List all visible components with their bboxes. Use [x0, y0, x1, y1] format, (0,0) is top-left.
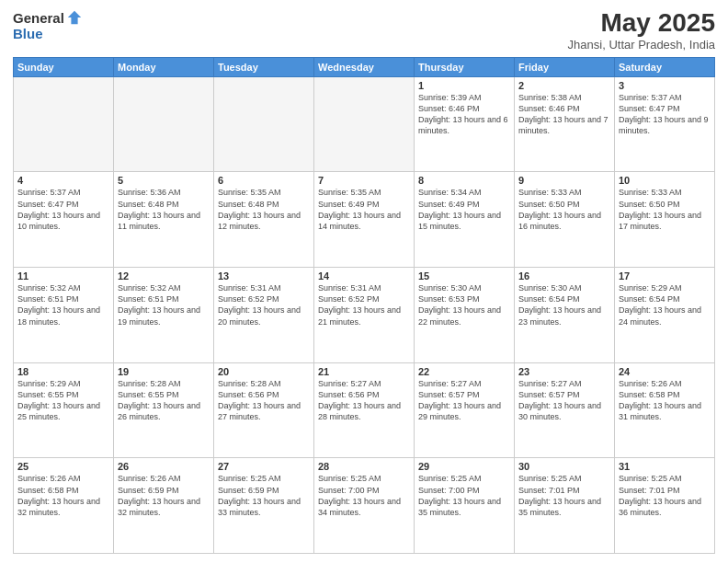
weekday-header-thursday: Thursday [415, 57, 515, 76]
day-number: 12 [118, 270, 210, 282]
day-number: 17 [619, 270, 711, 282]
day-number: 23 [518, 366, 610, 377]
day-info: Sunrise: 5:32 AMSunset: 6:51 PMDaylight:… [118, 282, 210, 327]
day-number: 5 [118, 175, 210, 186]
calendar-day-empty [114, 76, 214, 172]
day-number: 4 [17, 175, 109, 186]
calendar-day-23: 23Sunrise: 5:27 AMSunset: 6:57 PMDayligh… [515, 362, 615, 458]
calendar-day-19: 19Sunrise: 5:28 AMSunset: 6:55 PMDayligh… [114, 362, 214, 458]
month-title: May 2025 [568, 9, 715, 38]
calendar-day-20: 20Sunrise: 5:28 AMSunset: 6:56 PMDayligh… [214, 362, 314, 458]
day-info: Sunrise: 5:32 AMSunset: 6:51 PMDaylight:… [17, 282, 109, 327]
calendar-day-31: 31Sunrise: 5:25 AMSunset: 7:01 PMDayligh… [615, 458, 715, 554]
day-number: 7 [318, 175, 410, 186]
calendar-day-10: 10Sunrise: 5:33 AMSunset: 6:50 PMDayligh… [615, 172, 715, 268]
day-number: 21 [318, 366, 410, 377]
calendar-day-3: 3Sunrise: 5:37 AMSunset: 6:47 PMDaylight… [615, 76, 715, 172]
calendar-day-24: 24Sunrise: 5:26 AMSunset: 6:58 PMDayligh… [615, 362, 715, 458]
day-number: 28 [318, 461, 410, 472]
page: General Blue May 2025 Jhansi, Uttar Prad… [0, 0, 728, 563]
calendar-day-28: 28Sunrise: 5:25 AMSunset: 7:00 PMDayligh… [314, 458, 415, 554]
calendar-day-15: 15Sunrise: 5:30 AMSunset: 6:53 PMDayligh… [415, 268, 515, 363]
calendar-table: SundayMondayTuesdayWednesdayThursdayFrid… [13, 57, 715, 554]
day-number: 10 [619, 175, 711, 186]
day-number: 1 [418, 80, 510, 91]
day-info: Sunrise: 5:37 AMSunset: 6:47 PMDaylight:… [619, 92, 711, 137]
day-info: Sunrise: 5:31 AMSunset: 6:52 PMDaylight:… [318, 282, 410, 327]
day-info: Sunrise: 5:26 AMSunset: 6:58 PMDaylight:… [619, 378, 711, 423]
day-number: 24 [619, 366, 711, 377]
header: General Blue May 2025 Jhansi, Uttar Prad… [13, 9, 715, 52]
day-number: 22 [418, 366, 510, 377]
calendar-day-17: 17Sunrise: 5:29 AMSunset: 6:54 PMDayligh… [615, 268, 715, 363]
day-info: Sunrise: 5:27 AMSunset: 6:57 PMDaylight:… [418, 378, 510, 423]
calendar-day-9: 9Sunrise: 5:33 AMSunset: 6:50 PMDaylight… [515, 172, 615, 268]
weekday-header-row: SundayMondayTuesdayWednesdayThursdayFrid… [14, 57, 715, 76]
day-number: 11 [17, 270, 109, 282]
calendar-day-16: 16Sunrise: 5:30 AMSunset: 6:54 PMDayligh… [515, 268, 615, 363]
day-number: 26 [118, 461, 210, 472]
calendar-day-4: 4Sunrise: 5:37 AMSunset: 6:47 PMDaylight… [14, 172, 114, 268]
day-info: Sunrise: 5:28 AMSunset: 6:55 PMDaylight:… [118, 378, 210, 423]
calendar-day-29: 29Sunrise: 5:25 AMSunset: 7:00 PMDayligh… [415, 458, 515, 554]
weekday-header-sunday: Sunday [14, 57, 114, 76]
day-info: Sunrise: 5:25 AMSunset: 7:00 PMDaylight:… [318, 473, 410, 518]
day-info: Sunrise: 5:25 AMSunset: 7:01 PMDaylight:… [518, 473, 610, 518]
calendar-day-12: 12Sunrise: 5:32 AMSunset: 6:51 PMDayligh… [114, 268, 214, 363]
day-number: 20 [218, 366, 310, 377]
day-info: Sunrise: 5:27 AMSunset: 6:56 PMDaylight:… [318, 378, 410, 423]
weekday-header-monday: Monday [114, 57, 214, 76]
calendar-day-1: 1Sunrise: 5:39 AMSunset: 6:46 PMDaylight… [415, 76, 515, 172]
day-number: 2 [518, 80, 610, 91]
day-info: Sunrise: 5:33 AMSunset: 6:50 PMDaylight:… [518, 187, 610, 232]
day-number: 15 [418, 270, 510, 282]
logo-blue-text: Blue [13, 26, 43, 41]
day-info: Sunrise: 5:26 AMSunset: 6:59 PMDaylight:… [118, 473, 210, 518]
day-info: Sunrise: 5:28 AMSunset: 6:56 PMDaylight:… [218, 378, 310, 423]
day-number: 29 [418, 461, 510, 472]
calendar-day-27: 27Sunrise: 5:25 AMSunset: 6:59 PMDayligh… [214, 458, 314, 554]
day-number: 6 [218, 175, 310, 186]
weekday-header-tuesday: Tuesday [214, 57, 314, 76]
calendar-day-22: 22Sunrise: 5:27 AMSunset: 6:57 PMDayligh… [415, 362, 515, 458]
calendar-week-3: 18Sunrise: 5:29 AMSunset: 6:55 PMDayligh… [14, 362, 715, 458]
day-info: Sunrise: 5:38 AMSunset: 6:46 PMDaylight:… [518, 92, 610, 137]
calendar-day-5: 5Sunrise: 5:36 AMSunset: 6:48 PMDaylight… [114, 172, 214, 268]
location: Jhansi, Uttar Pradesh, India [568, 38, 715, 52]
calendar-day-13: 13Sunrise: 5:31 AMSunset: 6:52 PMDayligh… [214, 268, 314, 363]
logo-general-text: General [13, 10, 64, 26]
day-info: Sunrise: 5:30 AMSunset: 6:54 PMDaylight:… [518, 282, 610, 327]
day-info: Sunrise: 5:30 AMSunset: 6:53 PMDaylight:… [418, 282, 510, 327]
day-info: Sunrise: 5:29 AMSunset: 6:55 PMDaylight:… [17, 378, 109, 423]
calendar-week-1: 4Sunrise: 5:37 AMSunset: 6:47 PMDaylight… [14, 172, 715, 268]
calendar-day-25: 25Sunrise: 5:26 AMSunset: 6:58 PMDayligh… [14, 458, 114, 554]
calendar-day-26: 26Sunrise: 5:26 AMSunset: 6:59 PMDayligh… [114, 458, 214, 554]
day-info: Sunrise: 5:35 AMSunset: 6:48 PMDaylight:… [218, 187, 310, 232]
calendar-day-21: 21Sunrise: 5:27 AMSunset: 6:56 PMDayligh… [314, 362, 415, 458]
calendar-day-empty [214, 76, 314, 172]
day-info: Sunrise: 5:29 AMSunset: 6:54 PMDaylight:… [619, 282, 711, 327]
calendar-week-0: 1Sunrise: 5:39 AMSunset: 6:46 PMDaylight… [14, 76, 715, 172]
logo: General Blue [13, 9, 83, 41]
day-number: 8 [418, 175, 510, 186]
day-number: 3 [619, 80, 711, 91]
day-number: 25 [17, 461, 109, 472]
calendar-day-18: 18Sunrise: 5:29 AMSunset: 6:55 PMDayligh… [14, 362, 114, 458]
calendar-day-11: 11Sunrise: 5:32 AMSunset: 6:51 PMDayligh… [14, 268, 114, 363]
svg-marker-0 [68, 11, 81, 24]
day-info: Sunrise: 5:33 AMSunset: 6:50 PMDaylight:… [619, 187, 711, 232]
day-info: Sunrise: 5:36 AMSunset: 6:48 PMDaylight:… [118, 187, 210, 232]
calendar-week-2: 11Sunrise: 5:32 AMSunset: 6:51 PMDayligh… [14, 268, 715, 363]
calendar-day-empty [14, 76, 114, 172]
day-info: Sunrise: 5:34 AMSunset: 6:49 PMDaylight:… [418, 187, 510, 232]
day-info: Sunrise: 5:39 AMSunset: 6:46 PMDaylight:… [418, 92, 510, 137]
weekday-header-wednesday: Wednesday [314, 57, 415, 76]
logo-icon [66, 9, 83, 26]
calendar-day-6: 6Sunrise: 5:35 AMSunset: 6:48 PMDaylight… [214, 172, 314, 268]
calendar-day-7: 7Sunrise: 5:35 AMSunset: 6:49 PMDaylight… [314, 172, 415, 268]
day-number: 16 [518, 270, 610, 282]
title-section: May 2025 Jhansi, Uttar Pradesh, India [568, 9, 715, 52]
calendar-day-empty [314, 76, 415, 172]
day-info: Sunrise: 5:25 AMSunset: 7:01 PMDaylight:… [619, 473, 711, 518]
weekday-header-saturday: Saturday [615, 57, 715, 76]
